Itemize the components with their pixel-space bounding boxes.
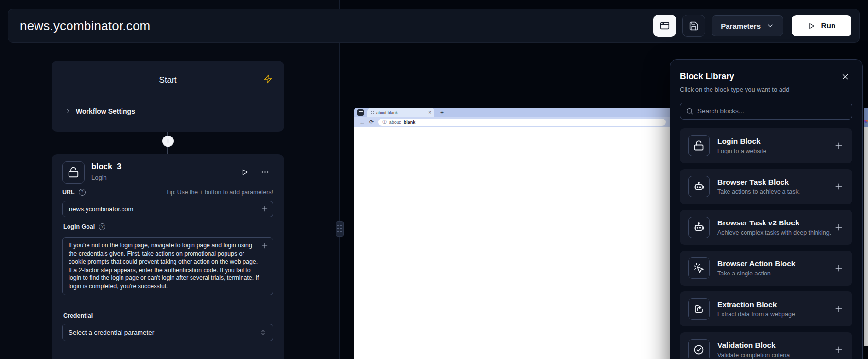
reload-icon[interactable]: ⟳ [369,119,374,125]
plus-icon [261,242,269,250]
header-controls: Parameters Run [653,15,851,37]
login-goal-label-row: Login Goal [63,223,105,230]
tab-close-icon[interactable]: × [428,110,431,115]
login-goal-textarea[interactable]: If you're not on the login page, navigat… [62,237,273,295]
library-item[interactable]: Browser Action Block Take a single actio… [680,251,852,286]
library-item-title: Extraction Block [717,300,795,309]
card-divider [63,97,273,97]
library-item-title: Login Block [717,137,766,146]
unlock-icon [67,166,80,179]
library-item-icon-box [688,257,710,279]
extract-icon [693,303,705,315]
library-item-icon-box [688,217,710,238]
url-input[interactable] [62,201,273,217]
plus-icon [834,263,844,273]
workflow-settings-label: Workflow Settings [76,107,135,115]
url-label: URL [62,189,75,196]
close-icon [841,72,850,81]
workflow-editor-screen: news.ycombinator.com Parameters Run Star… [0,0,868,359]
block-name: block_3 [91,162,121,171]
plus-icon [165,138,171,144]
chevron-right-icon [65,108,71,115]
new-tab-button[interactable]: + [440,109,444,116]
browser-tab-strip: about:blank × + [354,108,671,117]
add-block-node[interactable] [162,136,174,147]
browser-tab[interactable]: about:blank × [367,108,434,117]
library-item-description: Take actions to achieve a task. [717,188,800,195]
help-icon[interactable] [79,189,86,196]
lightning-bolt-icon [263,74,273,85]
add-parameter-button[interactable] [261,242,269,252]
plus-icon [834,182,844,191]
check-circle-icon [693,344,705,356]
run-button[interactable]: Run [792,15,851,36]
library-item[interactable]: Extraction Block Extract data from a web… [680,291,852,326]
play-icon [807,22,816,30]
library-item[interactable]: Validation Block Validate completion cri… [680,332,852,359]
chevrons-up-down-icon [260,329,267,336]
block-search-input[interactable] [680,103,852,119]
page-info-icon: ⓘ [382,120,387,125]
address-scheme: about: [389,120,401,125]
browser-toolbar: ← ⟳ ⓘ about:blank [354,117,671,127]
block-library-subtitle: Click on the block type you want to add [680,86,789,93]
address-bar[interactable]: ⓘ about:blank [378,119,666,126]
start-block-card[interactable]: Start Workflow Settings [52,61,284,132]
start-block-title: Start [52,75,284,85]
robot-icon [693,181,705,192]
credential-select-value: Select a credential parameter [69,329,154,336]
library-item-icon-box [688,135,710,156]
ellipsis-icon [260,168,270,177]
panel-divider [339,0,340,359]
add-block-button[interactable] [834,222,844,234]
library-item-icon-box [688,339,710,359]
library-item[interactable]: Login Block Login to a website [680,128,852,163]
library-item-icon-box [688,176,710,197]
run-block-button[interactable] [240,168,249,179]
library-item[interactable]: Browser Task v2 Block Achieve complex ta… [680,210,852,245]
library-item-description: Extract data from a webpage [717,311,795,318]
browser-page-blank[interactable] [354,127,671,359]
profile-avatar-icon [864,120,868,123]
library-item[interactable]: Browser Task Block Take actions to achie… [680,169,852,204]
plus-icon [261,205,269,213]
block-library-panel: Block Library Click on the block type yo… [670,59,863,359]
credential-label: Credential [63,312,93,319]
login-goal-field-wrap: If you're not on the login page, navigat… [62,237,273,295]
globe-icon [371,111,374,114]
login-block-card[interactable]: block_3 Login URL Tip: Use the + button … [52,154,284,359]
url-label-row: URL Tip: Use the + button to add paramet… [62,189,273,196]
workflow-settings-toggle[interactable]: Workflow Settings [65,107,135,115]
add-block-button[interactable] [834,263,844,275]
library-item-description: Achieve complex tasks with deep thinking… [717,229,831,236]
grip-dots-icon [337,225,342,233]
add-parameter-button[interactable] [261,205,269,215]
add-block-button[interactable] [834,182,844,193]
block-library-list: Login Block Login to a website Browser T… [680,128,852,359]
add-block-button[interactable] [834,141,844,153]
library-item-description: Take a single action [717,270,796,277]
add-block-button[interactable] [834,345,844,357]
block-library-title: Block Library [680,71,734,82]
help-icon[interactable] [99,223,105,230]
close-panel-button[interactable] [839,70,851,83]
top-header-bar: news.ycombinator.com Parameters Run [8,9,860,43]
save-button[interactable] [682,15,705,37]
save-icon [689,21,699,31]
parameters-label: Parameters [721,22,761,30]
library-item-title: Validation Block [717,341,790,350]
parameters-dropdown-button[interactable]: Parameters [712,15,783,36]
library-item-description: Validate completion criteria [717,352,790,359]
add-block-button[interactable] [834,304,844,316]
app-window-icon [660,20,670,31]
live-browser-preview[interactable]: about:blank × + ← ⟳ ⓘ about:blank [354,108,671,359]
parameters-tip: Tip: Use the + button to add parameters! [166,189,273,196]
credential-select[interactable]: Select a credential parameter [62,324,273,341]
login-goal-label: Login Goal [63,223,95,230]
plus-icon [834,222,844,232]
divider-drag-handle[interactable] [336,221,344,237]
block-menu-button[interactable] [260,168,270,179]
browser-view-button[interactable] [653,15,676,37]
library-item-icon-box [688,298,710,320]
back-icon[interactable]: ← [359,119,365,126]
